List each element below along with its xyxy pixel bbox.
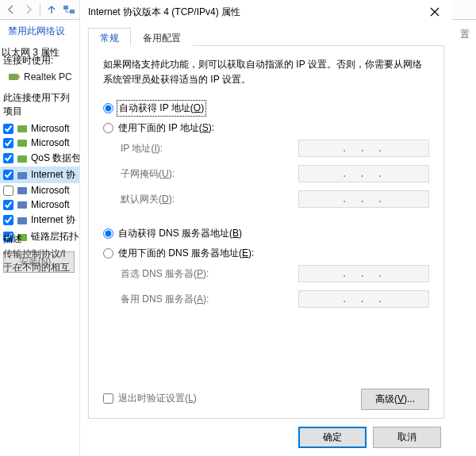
description-line1: 传输控制协议/I xyxy=(3,247,83,261)
nic-icon xyxy=(8,71,21,83)
svg-rect-6 xyxy=(17,155,27,163)
svg-rect-8 xyxy=(17,187,27,194)
connect-using-label: 连接时使用: xyxy=(0,48,79,71)
item-checkbox[interactable] xyxy=(3,200,13,210)
item-checkbox[interactable] xyxy=(3,170,13,180)
items-checklist[interactable]: MicrosoftMicrosoftQoS 数据包Internet 协Micro… xyxy=(0,120,79,247)
list-item[interactable]: Microsoft xyxy=(0,183,79,197)
preferred-dns-field: 首选 DNS 服务器(P): . . . xyxy=(121,265,429,282)
back-icon[interactable] xyxy=(5,3,17,16)
subnet-mask-field: 子网掩码(U): . . . xyxy=(121,165,429,182)
list-item[interactable]: Internet 协 xyxy=(0,212,79,228)
description-line2: 于在不同的相互 xyxy=(3,261,83,274)
item-label: Microsoft xyxy=(31,137,70,148)
ip-address-label: IP 地址(I): xyxy=(121,142,163,155)
item-checkbox[interactable] xyxy=(3,186,13,196)
ip-auto-radio[interactable] xyxy=(103,103,113,113)
ip-manual-radio[interactable] xyxy=(103,123,113,133)
dns-auto-radio-row[interactable]: 自动获得 DNS 服务器地址(B) xyxy=(103,224,429,243)
validate-on-exit-label: 退出时验证设置(L) xyxy=(118,392,197,405)
tab-alternate[interactable]: 备用配置 xyxy=(131,28,193,46)
gateway-field: 默认网关(D): . . . xyxy=(121,190,429,208)
subnet-mask-label: 子网掩码(U): xyxy=(121,167,175,181)
ip-group: 自动获得 IP 地址(O) 使用下面的 IP 地址(S): IP 地址(I): … xyxy=(103,98,429,213)
svg-rect-5 xyxy=(17,140,27,147)
item-checkbox[interactable] xyxy=(3,124,13,134)
list-item[interactable]: Internet 协 xyxy=(0,167,79,183)
forward-icon[interactable] xyxy=(22,3,35,16)
list-item[interactable]: Microsoft xyxy=(0,197,79,212)
ip-address-field: IP 地址(I): . . . xyxy=(121,140,429,157)
ip-manual-label: 使用下面的 IP 地址(S): xyxy=(118,121,214,135)
svg-rect-7 xyxy=(17,172,27,179)
svg-rect-1 xyxy=(70,10,75,13)
item-checkbox[interactable] xyxy=(3,138,13,148)
component-icon xyxy=(17,170,28,181)
svg-rect-9 xyxy=(17,201,27,209)
close-button[interactable] xyxy=(419,1,451,23)
dns-auto-radio[interactable] xyxy=(103,228,113,239)
dns-manual-label: 使用下面的 DNS 服务器地址(E): xyxy=(118,247,254,260)
item-checkbox[interactable] xyxy=(3,153,13,163)
settings-truncated-label: 置 xyxy=(460,28,470,41)
component-icon xyxy=(17,137,28,148)
list-item[interactable]: Microsoft xyxy=(0,121,79,136)
item-label: Internet 协 xyxy=(31,213,75,227)
disable-network-link[interactable]: 禁用此网络设 xyxy=(8,25,65,38)
description-text: 如果网络支持此功能，则可以获取自动指派的 IP 设置。否则，你需要从网络系统管理… xyxy=(103,57,429,87)
svg-rect-3 xyxy=(18,75,20,79)
component-icon xyxy=(17,185,28,196)
ok-button[interactable]: 确定 xyxy=(298,427,367,448)
item-checkbox[interactable] xyxy=(3,215,13,225)
validate-on-exit-row[interactable]: 退出时验证设置(L) xyxy=(103,389,197,408)
close-icon xyxy=(430,7,440,17)
up-icon[interactable] xyxy=(45,3,58,16)
item-label: Internet 协 xyxy=(31,168,75,182)
ip-auto-radio-row[interactable]: 自动获得 IP 地址(O) xyxy=(103,98,429,118)
preferred-dns-label: 首选 DNS 服务器(P): xyxy=(121,267,209,281)
component-icon xyxy=(17,123,28,134)
advanced-button[interactable]: 高级(V)... xyxy=(361,389,429,410)
list-item[interactable]: Microsoft xyxy=(0,136,79,150)
svg-rect-4 xyxy=(17,125,27,132)
tabs: 常规 备用配置 xyxy=(88,27,444,46)
dns-group: 自动获得 DNS 服务器地址(B) 使用下面的 DNS 服务器地址(E): 首选… xyxy=(103,224,429,312)
gateway-label: 默认网关(D): xyxy=(121,193,175,206)
network-icon xyxy=(63,3,75,16)
dns-manual-radio-row[interactable]: 使用下面的 DNS 服务器地址(E): xyxy=(103,243,429,263)
dialog-title: Internet 协议版本 4 (TCP/IPv4) 属性 xyxy=(88,6,240,19)
cancel-button[interactable]: 取消 xyxy=(373,427,441,448)
item-label: QoS 数据包 xyxy=(31,151,81,165)
ip-auto-label: 自动获得 IP 地址(O) xyxy=(118,102,205,115)
dns-auto-label: 自动获得 DNS 服务器地址(B) xyxy=(118,227,242,240)
component-icon xyxy=(17,153,28,164)
ip-manual-radio-row[interactable]: 使用下面的 IP 地址(S): xyxy=(103,118,429,138)
items-label: 此连接使用下列项目 xyxy=(0,83,79,120)
item-label: Microsoft xyxy=(31,123,70,134)
alternate-dns-input[interactable]: . . . xyxy=(298,290,429,308)
subnet-mask-input[interactable]: . . . xyxy=(298,165,429,182)
svg-rect-0 xyxy=(63,6,68,10)
component-icon xyxy=(17,215,28,226)
dns-manual-radio[interactable] xyxy=(103,248,113,259)
component-icon xyxy=(17,199,28,210)
ipv4-properties-dialog: Internet 协议版本 4 (TCP/IPv4) 属性 常规 备用配置 如果… xyxy=(79,0,452,456)
alternate-dns-label: 备用 DNS 服务器(A): xyxy=(121,293,209,306)
ip-address-input[interactable]: . . . xyxy=(298,140,429,157)
preferred-dns-input[interactable]: . . . xyxy=(298,265,429,282)
list-item[interactable]: QoS 数据包 xyxy=(0,150,79,167)
validate-on-exit-checkbox[interactable] xyxy=(103,393,113,404)
alternate-dns-field: 备用 DNS 服务器(A): . . . xyxy=(121,290,429,308)
item-label: Microsoft xyxy=(31,185,70,196)
adapter-row: Realtek PC xyxy=(0,71,79,83)
gateway-input[interactable]: . . . xyxy=(298,190,429,208)
tab-general[interactable]: 常规 xyxy=(88,28,131,46)
svg-rect-2 xyxy=(9,74,18,80)
svg-rect-10 xyxy=(17,217,27,224)
adapter-name: Realtek PC xyxy=(24,71,72,82)
item-label: Microsoft xyxy=(31,199,70,210)
description-title: 描述 xyxy=(3,229,83,247)
